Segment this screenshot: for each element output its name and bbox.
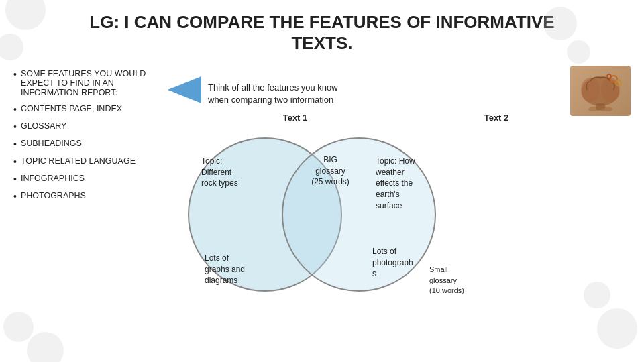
venn-label-text1: Text 1: [283, 113, 308, 123]
bullet-text-7: PHOTOGRAPHS: [21, 191, 86, 200]
bullet-text-1: SOME FEATURES YOU WOULD EXPECT TO FIND I…: [21, 69, 168, 97]
think-note: Think of all the features you know when …: [208, 69, 338, 106]
bullet-item-7: PHOTOGRAPHS: [13, 191, 168, 202]
title-line2: TEXTS.: [291, 33, 352, 53]
bullet-text-2: CONTENTS PAGE, INDEX: [21, 104, 122, 113]
bullet-item-6: INFOGRAPHICS: [13, 174, 168, 184]
venn-label-text2: Text 2: [484, 113, 509, 123]
svg-point-7: [607, 74, 611, 78]
venn-left-bottom-text: Lots of graphs and diagrams: [205, 241, 278, 286]
left-column: SOME FEATURES YOU WOULD EXPECT TO FIND I…: [13, 66, 168, 361]
bullet-item-1: SOME FEATURES YOU WOULD EXPECT TO FIND I…: [13, 69, 168, 97]
svg-point-1: [581, 78, 600, 102]
venn-left-top-text: Topic: Different rock types: [201, 144, 275, 189]
bullet-text-5: TOPIC RELATED LANGUAGE: [21, 156, 136, 166]
bullet-item-5: TOPIC RELATED LANGUAGE: [13, 156, 168, 167]
venn-right-top-text: Topic: How weather effects the earth's s…: [376, 144, 456, 212]
venn-diagram: Topic: Different rock types BIG glossary…: [168, 124, 631, 318]
bullet-item-4: SUBHEADINGS: [13, 139, 168, 149]
right-column: Think of all the features you know when …: [168, 66, 631, 361]
title-line1: LG: I CAN COMPARE THE FEATURES OF INFORM…: [89, 12, 554, 32]
bullet-text-3: GLOSSARY: [21, 121, 67, 131]
bullet-text-4: SUBHEADINGS: [21, 139, 82, 148]
svg-point-4: [588, 106, 612, 111]
bullet-text-6: INFOGRAPHICS: [21, 174, 85, 183]
bullet-item-3: GLOSSARY: [13, 121, 168, 132]
brain-image: [570, 66, 631, 116]
venn-middle-text: BIG glossary (25 words): [299, 143, 362, 188]
main-title: LG: I CAN COMPARE THE FEATURES OF INFORM…: [0, 0, 644, 59]
arrow-icon: [168, 76, 201, 103]
venn-right-small-text: Small glossary (10 words): [429, 255, 493, 296]
bullet-list: SOME FEATURES YOU WOULD EXPECT TO FIND I…: [13, 69, 168, 202]
think-note-text: Think of all the features you know when …: [208, 82, 338, 105]
bullet-item-2: CONTENTS PAGE, INDEX: [13, 104, 168, 115]
venn-labels: Text 1 Text 2: [168, 113, 631, 123]
